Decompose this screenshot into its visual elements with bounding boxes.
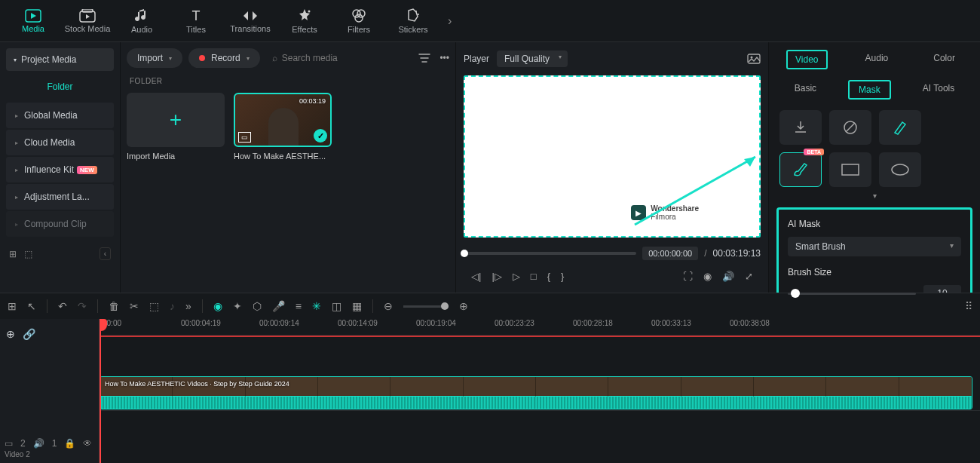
step-back-icon[interactable]: |▷ [492,271,501,282]
nav-stickers[interactable]: Stickers [387,2,439,40]
import-media-card[interactable]: + Import Media [127,93,225,161]
view-icon[interactable]: ⠿ [965,300,972,312]
svg-rect-3 [82,9,93,12]
subtab-mask[interactable]: Mask [848,80,891,100]
zoom-in-icon[interactable]: ⊕ [459,300,468,312]
mask-ellipse-icon[interactable] [879,152,921,187]
search-input[interactable]: ⌕ Search media [266,50,413,66]
mask-pen-icon[interactable] [879,110,921,145]
folder-link[interactable]: Folder [6,75,114,98]
svg-point-12 [415,11,417,12]
quality-select[interactable]: Full Quality [497,51,568,67]
camera-icon[interactable]: ◉ [703,271,712,282]
tab-color[interactable]: Color [926,50,963,69]
sidebar-cloud-media[interactable]: Cloud Media [6,130,114,155]
filter-icon[interactable] [418,53,430,63]
zoom-slider[interactable] [403,305,449,308]
expand-icon[interactable]: ▾ [776,190,972,201]
add-folder-icon[interactable]: ⊞ [9,249,17,259]
playhead[interactable] [100,319,101,463]
progress-bar[interactable] [464,252,636,255]
import-dropdown[interactable]: Import [127,48,182,68]
tl-more-icon[interactable]: » [185,300,191,312]
timeline-tracks[interactable]: 00:00 00:00:04:19 00:00:09:14 00:00:14:0… [100,319,980,463]
sidebar-adjustment[interactable]: Adjustment La... [6,184,114,210]
sidebar-influence-kit[interactable]: Influence KitNEW [6,157,114,182]
mic-icon[interactable]: 🎤 [272,300,285,312]
nav-effects[interactable]: Effects [279,2,330,40]
fullscreen-icon[interactable]: ⤢ [745,271,753,282]
new-bin-icon[interactable]: ⬚ [24,249,32,259]
delete-icon[interactable]: 🗑 [109,300,119,312]
zoom-out-icon[interactable]: ⊖ [384,300,393,312]
timeline: ⊞ ↖ ↶ ↷ 🗑 ✂ ⬚ ♪ » ◉ ✦ ⬡ 🎤 ≡ ✳ ◫ ▦ ⊖ ⊕ ⠿ [0,293,980,463]
mark-out-icon[interactable]: } [561,271,564,282]
tab-video[interactable]: Video [786,50,827,69]
svg-point-10 [357,10,365,17]
subtab-basic[interactable]: Basic [786,80,825,100]
music-icon[interactable]: ♪ [170,300,175,312]
more-icon[interactable]: ••• [439,53,449,63]
media-clip-card[interactable]: 00:03:19 ▭ ✓ How To Make AESTHE... [234,93,332,161]
folder-section-label: FOLDER [127,77,449,85]
crop-icon[interactable]: ⬚ [149,300,159,312]
nav-audio[interactable]: Audio [116,2,167,40]
mask-rect-icon[interactable] [829,152,871,187]
mask-import-icon[interactable] [779,110,822,145]
video-preview[interactable]: ▶ WondershareFilmora [464,75,761,238]
mask-none-icon[interactable] [829,110,871,145]
record-dropdown[interactable]: Record [188,48,260,68]
visibility-icon[interactable]: 👁 [83,438,92,449]
project-media-header[interactable]: Project Media [6,48,114,71]
sidebar-compound[interactable]: Compound Clip [6,211,114,237]
time-ruler[interactable]: 00:00 00:00:04:19 00:00:09:14 00:00:14:0… [100,319,980,336]
left-sidebar: Project Media Folder Global Media Cloud … [0,42,121,293]
tab-audio[interactable]: Audio [858,50,896,69]
mask-mode-select[interactable]: Smart Brush [788,237,961,256]
undo-icon[interactable]: ↶ [58,300,67,312]
ai-icon[interactable]: ◉ [213,300,222,312]
collapse-sidebar-icon[interactable]: ‹ [100,247,111,260]
tl-select-icon[interactable]: ↖ [27,300,36,312]
snapshot-icon[interactable] [747,54,761,64]
shield-icon[interactable]: ⬡ [253,300,262,312]
nav-filters[interactable]: Filters [333,2,384,40]
add-icon: + [127,93,225,147]
snap-icon[interactable]: ◫ [332,300,341,312]
svg-marker-7 [253,11,257,20]
brush-size-slider[interactable] [788,293,916,295]
lock-icon[interactable]: 🔒 [64,438,75,449]
mask-brush-icon[interactable]: BETA [779,152,822,187]
grid-icon[interactable]: ▦ [352,300,362,312]
video-track-icon[interactable]: ▭ [5,438,13,449]
mark-in-icon[interactable]: { [547,271,550,282]
link-icon[interactable]: 🔗 [23,328,35,340]
nav-more-icon[interactable]: › [442,14,458,28]
svg-point-21 [892,164,908,175]
nav-media[interactable]: Media [8,2,59,40]
nav-stock[interactable]: Stock Media [62,2,113,40]
audio-track-icon[interactable]: 🔊 [33,438,44,449]
prev-icon[interactable]: ◁| [471,271,481,282]
clip-duration: 00:03:19 [299,97,326,105]
marker-icon[interactable]: ✳ [312,300,321,312]
tl-layout-icon[interactable]: ⊞ [8,300,17,312]
redo-icon[interactable]: ↷ [78,300,87,312]
sidebar-global-media[interactable]: Global Media [6,103,114,128]
subtitle-icon[interactable]: ≡ [296,300,302,312]
inspector-panel: Video Audio Color Basic Mask AI Tools BE… [769,42,980,293]
nav-titles[interactable]: T Titles [170,2,222,40]
effects-icon [297,8,312,23]
sparkle-icon[interactable]: ✦ [233,300,242,312]
svg-rect-20 [842,164,859,175]
add-track-icon[interactable]: ⊕ [6,328,15,340]
subtab-ai[interactable]: AI Tools [914,80,963,100]
play-icon[interactable]: ▷ [513,271,520,282]
svg-point-13 [418,14,419,15]
nav-transitions[interactable]: Transitions [225,2,276,40]
timeline-clip[interactable]: How To Make AESTHETIC Videos · Step by S… [100,376,972,409]
display-icon[interactable]: ⛶ [683,271,693,282]
stop-icon[interactable]: □ [531,271,537,282]
cut-icon[interactable]: ✂ [130,300,139,312]
volume-icon[interactable]: 🔊 [722,271,734,282]
